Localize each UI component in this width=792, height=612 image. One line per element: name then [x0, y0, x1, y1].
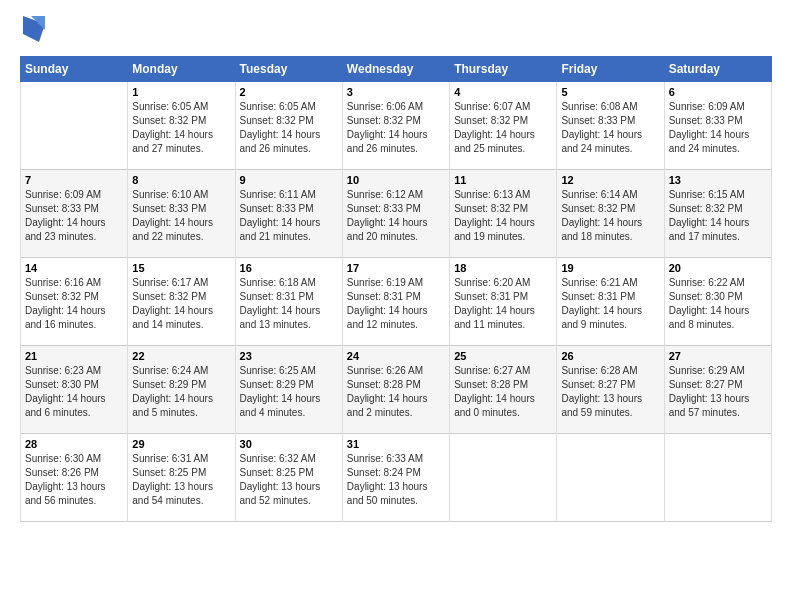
- day-cell: [557, 434, 664, 522]
- day-info: Sunrise: 6:23 AMSunset: 8:30 PMDaylight:…: [25, 364, 123, 420]
- calendar-header-row: SundayMondayTuesdayWednesdayThursdayFrid…: [21, 57, 772, 82]
- day-cell: 19Sunrise: 6:21 AMSunset: 8:31 PMDayligh…: [557, 258, 664, 346]
- day-info: Sunrise: 6:05 AMSunset: 8:32 PMDaylight:…: [132, 100, 230, 156]
- day-info: Sunrise: 6:30 AMSunset: 8:26 PMDaylight:…: [25, 452, 123, 508]
- header-tuesday: Tuesday: [235, 57, 342, 82]
- day-number: 27: [669, 350, 767, 362]
- day-number: 18: [454, 262, 552, 274]
- day-cell: 12Sunrise: 6:14 AMSunset: 8:32 PMDayligh…: [557, 170, 664, 258]
- day-info: Sunrise: 6:14 AMSunset: 8:32 PMDaylight:…: [561, 188, 659, 244]
- day-number: 16: [240, 262, 338, 274]
- day-cell: 24Sunrise: 6:26 AMSunset: 8:28 PMDayligh…: [342, 346, 449, 434]
- day-number: 5: [561, 86, 659, 98]
- day-number: 25: [454, 350, 552, 362]
- day-cell: 25Sunrise: 6:27 AMSunset: 8:28 PMDayligh…: [450, 346, 557, 434]
- day-info: Sunrise: 6:11 AMSunset: 8:33 PMDaylight:…: [240, 188, 338, 244]
- day-number: 17: [347, 262, 445, 274]
- day-info: Sunrise: 6:32 AMSunset: 8:25 PMDaylight:…: [240, 452, 338, 508]
- day-cell: 18Sunrise: 6:20 AMSunset: 8:31 PMDayligh…: [450, 258, 557, 346]
- day-cell: 16Sunrise: 6:18 AMSunset: 8:31 PMDayligh…: [235, 258, 342, 346]
- header-saturday: Saturday: [664, 57, 771, 82]
- day-cell: 21Sunrise: 6:23 AMSunset: 8:30 PMDayligh…: [21, 346, 128, 434]
- day-info: Sunrise: 6:27 AMSunset: 8:28 PMDaylight:…: [454, 364, 552, 420]
- day-cell: 26Sunrise: 6:28 AMSunset: 8:27 PMDayligh…: [557, 346, 664, 434]
- day-info: Sunrise: 6:09 AMSunset: 8:33 PMDaylight:…: [25, 188, 123, 244]
- day-number: 2: [240, 86, 338, 98]
- day-info: Sunrise: 6:19 AMSunset: 8:31 PMDaylight:…: [347, 276, 445, 332]
- week-row-2: 14Sunrise: 6:16 AMSunset: 8:32 PMDayligh…: [21, 258, 772, 346]
- day-number: 6: [669, 86, 767, 98]
- week-row-0: 1Sunrise: 6:05 AMSunset: 8:32 PMDaylight…: [21, 82, 772, 170]
- day-cell: 5Sunrise: 6:08 AMSunset: 8:33 PMDaylight…: [557, 82, 664, 170]
- header-friday: Friday: [557, 57, 664, 82]
- day-info: Sunrise: 6:05 AMSunset: 8:32 PMDaylight:…: [240, 100, 338, 156]
- day-cell: 28Sunrise: 6:30 AMSunset: 8:26 PMDayligh…: [21, 434, 128, 522]
- day-info: Sunrise: 6:33 AMSunset: 8:24 PMDaylight:…: [347, 452, 445, 508]
- day-number: 20: [669, 262, 767, 274]
- day-number: 15: [132, 262, 230, 274]
- week-row-1: 7Sunrise: 6:09 AMSunset: 8:33 PMDaylight…: [21, 170, 772, 258]
- day-cell: 11Sunrise: 6:13 AMSunset: 8:32 PMDayligh…: [450, 170, 557, 258]
- day-number: 26: [561, 350, 659, 362]
- day-cell: 8Sunrise: 6:10 AMSunset: 8:33 PMDaylight…: [128, 170, 235, 258]
- day-info: Sunrise: 6:31 AMSunset: 8:25 PMDaylight:…: [132, 452, 230, 508]
- page: SundayMondayTuesdayWednesdayThursdayFrid…: [0, 0, 792, 532]
- day-cell: 20Sunrise: 6:22 AMSunset: 8:30 PMDayligh…: [664, 258, 771, 346]
- day-cell: [450, 434, 557, 522]
- day-number: 10: [347, 174, 445, 186]
- day-info: Sunrise: 6:26 AMSunset: 8:28 PMDaylight:…: [347, 364, 445, 420]
- week-row-3: 21Sunrise: 6:23 AMSunset: 8:30 PMDayligh…: [21, 346, 772, 434]
- header: [20, 16, 772, 46]
- day-cell: [664, 434, 771, 522]
- day-number: 3: [347, 86, 445, 98]
- day-info: Sunrise: 6:10 AMSunset: 8:33 PMDaylight:…: [132, 188, 230, 244]
- day-info: Sunrise: 6:22 AMSunset: 8:30 PMDaylight:…: [669, 276, 767, 332]
- day-info: Sunrise: 6:12 AMSunset: 8:33 PMDaylight:…: [347, 188, 445, 244]
- day-number: 23: [240, 350, 338, 362]
- day-info: Sunrise: 6:24 AMSunset: 8:29 PMDaylight:…: [132, 364, 230, 420]
- day-info: Sunrise: 6:17 AMSunset: 8:32 PMDaylight:…: [132, 276, 230, 332]
- day-number: 9: [240, 174, 338, 186]
- day-cell: 1Sunrise: 6:05 AMSunset: 8:32 PMDaylight…: [128, 82, 235, 170]
- day-info: Sunrise: 6:08 AMSunset: 8:33 PMDaylight:…: [561, 100, 659, 156]
- day-cell: 29Sunrise: 6:31 AMSunset: 8:25 PMDayligh…: [128, 434, 235, 522]
- day-cell: 22Sunrise: 6:24 AMSunset: 8:29 PMDayligh…: [128, 346, 235, 434]
- day-cell: 9Sunrise: 6:11 AMSunset: 8:33 PMDaylight…: [235, 170, 342, 258]
- header-sunday: Sunday: [21, 57, 128, 82]
- day-info: Sunrise: 6:18 AMSunset: 8:31 PMDaylight:…: [240, 276, 338, 332]
- day-number: 11: [454, 174, 552, 186]
- day-cell: 14Sunrise: 6:16 AMSunset: 8:32 PMDayligh…: [21, 258, 128, 346]
- week-row-4: 28Sunrise: 6:30 AMSunset: 8:26 PMDayligh…: [21, 434, 772, 522]
- day-info: Sunrise: 6:28 AMSunset: 8:27 PMDaylight:…: [561, 364, 659, 420]
- day-number: 29: [132, 438, 230, 450]
- day-number: 28: [25, 438, 123, 450]
- day-number: 14: [25, 262, 123, 274]
- day-cell: 10Sunrise: 6:12 AMSunset: 8:33 PMDayligh…: [342, 170, 449, 258]
- day-cell: 30Sunrise: 6:32 AMSunset: 8:25 PMDayligh…: [235, 434, 342, 522]
- day-cell: 4Sunrise: 6:07 AMSunset: 8:32 PMDaylight…: [450, 82, 557, 170]
- day-cell: 13Sunrise: 6:15 AMSunset: 8:32 PMDayligh…: [664, 170, 771, 258]
- logo: [20, 16, 45, 46]
- day-number: 8: [132, 174, 230, 186]
- day-info: Sunrise: 6:13 AMSunset: 8:32 PMDaylight:…: [454, 188, 552, 244]
- day-cell: 23Sunrise: 6:25 AMSunset: 8:29 PMDayligh…: [235, 346, 342, 434]
- day-info: Sunrise: 6:25 AMSunset: 8:29 PMDaylight:…: [240, 364, 338, 420]
- header-monday: Monday: [128, 57, 235, 82]
- day-number: 30: [240, 438, 338, 450]
- day-cell: 17Sunrise: 6:19 AMSunset: 8:31 PMDayligh…: [342, 258, 449, 346]
- day-info: Sunrise: 6:21 AMSunset: 8:31 PMDaylight:…: [561, 276, 659, 332]
- day-info: Sunrise: 6:07 AMSunset: 8:32 PMDaylight:…: [454, 100, 552, 156]
- day-info: Sunrise: 6:16 AMSunset: 8:32 PMDaylight:…: [25, 276, 123, 332]
- day-info: Sunrise: 6:29 AMSunset: 8:27 PMDaylight:…: [669, 364, 767, 420]
- day-cell: 3Sunrise: 6:06 AMSunset: 8:32 PMDaylight…: [342, 82, 449, 170]
- day-cell: 31Sunrise: 6:33 AMSunset: 8:24 PMDayligh…: [342, 434, 449, 522]
- day-cell: 7Sunrise: 6:09 AMSunset: 8:33 PMDaylight…: [21, 170, 128, 258]
- day-cell: 2Sunrise: 6:05 AMSunset: 8:32 PMDaylight…: [235, 82, 342, 170]
- day-number: 21: [25, 350, 123, 362]
- header-wednesday: Wednesday: [342, 57, 449, 82]
- day-number: 12: [561, 174, 659, 186]
- day-cell: 6Sunrise: 6:09 AMSunset: 8:33 PMDaylight…: [664, 82, 771, 170]
- day-cell: 27Sunrise: 6:29 AMSunset: 8:27 PMDayligh…: [664, 346, 771, 434]
- day-number: 31: [347, 438, 445, 450]
- logo-icon: [23, 16, 45, 42]
